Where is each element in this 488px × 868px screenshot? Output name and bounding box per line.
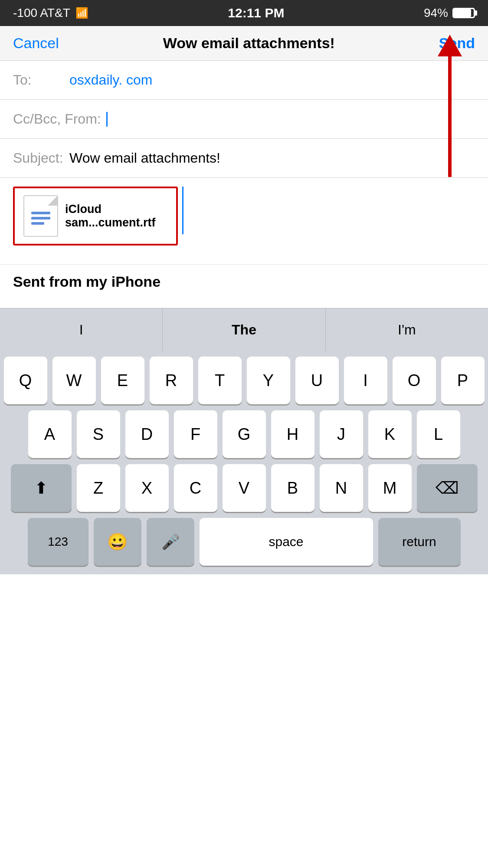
key-g[interactable]: G <box>223 410 266 458</box>
arrow-annotation <box>438 35 462 177</box>
key-e[interactable]: E <box>101 357 144 404</box>
key-b[interactable]: B <box>271 464 314 512</box>
space-key[interactable]: space <box>200 518 373 566</box>
mic-key[interactable]: 🎤 <box>147 518 194 566</box>
attachment-filename: iCloud sam...cument.rtf <box>65 203 167 229</box>
email-body[interactable]: Sent from my iPhone <box>0 265 488 308</box>
file-icon <box>23 195 58 237</box>
key-j[interactable]: J <box>320 410 363 458</box>
autocomplete-left[interactable]: I <box>0 308 163 351</box>
key-w[interactable]: W <box>52 357 96 404</box>
cc-cursor <box>106 112 108 127</box>
attachment-box[interactable]: iCloud sam...cument.rtf <box>13 187 178 246</box>
key-o[interactable]: O <box>393 357 436 404</box>
subject-value[interactable]: Wow email attachments! <box>69 150 220 166</box>
return-key[interactable]: return <box>378 518 461 566</box>
file-line-1 <box>31 212 50 214</box>
attachment-inner: iCloud sam...cument.rtf <box>23 195 167 237</box>
shift-key[interactable]: ⬆ <box>11 464 72 512</box>
cancel-button[interactable]: Cancel <box>13 35 59 52</box>
cc-field-row[interactable]: Cc/Bcc, From: <box>0 100 488 139</box>
battery-pct: 94% <box>424 6 448 20</box>
wifi-icon: 📶 <box>75 7 88 19</box>
keyboard: Q W E R T Y U I O P A S D F G H J K L ⬆ … <box>0 351 488 574</box>
emoji-key[interactable]: 😀 <box>94 518 141 566</box>
key-k[interactable]: K <box>368 410 412 458</box>
key-c[interactable]: C <box>174 464 217 512</box>
key-d[interactable]: D <box>125 410 169 458</box>
key-q[interactable]: Q <box>4 357 47 404</box>
key-h[interactable]: H <box>271 410 314 458</box>
status-right: 94% <box>424 6 475 20</box>
key-n[interactable]: N <box>320 464 363 512</box>
key-p[interactable]: P <box>441 357 485 404</box>
carrier-label: -100 AT&T <box>13 6 70 20</box>
to-label: To: <box>13 72 65 88</box>
subject-field-row[interactable]: Subject: Wow email attachments! <box>0 139 488 178</box>
keyboard-row-bottom: 123 😀 🎤 space return <box>3 518 485 574</box>
key-r[interactable]: R <box>150 357 193 404</box>
delete-key[interactable]: ⌫ <box>417 464 478 512</box>
compose-header: Cancel Wow email attachments! Send <box>0 26 488 61</box>
num-key[interactable]: 123 <box>28 518 88 566</box>
file-icon-lines <box>31 212 50 225</box>
status-left: -100 AT&T 📶 <box>13 6 88 20</box>
arrow-shaft <box>448 56 452 177</box>
battery-icon <box>452 8 475 18</box>
key-s[interactable]: S <box>77 410 120 458</box>
autocomplete-right[interactable]: I'm <box>326 308 488 351</box>
email-fields: To: osxdaily. com Cc/Bcc, From: Subject:… <box>0 61 488 178</box>
key-y[interactable]: Y <box>247 357 290 404</box>
key-v[interactable]: V <box>223 464 266 512</box>
file-line-2 <box>31 217 50 219</box>
status-time: 12:11 PM <box>228 6 284 20</box>
to-value[interactable]: osxdaily. com <box>69 72 152 88</box>
attachment-area: iCloud sam...cument.rtf <box>0 178 488 265</box>
key-u[interactable]: U <box>295 357 339 404</box>
autocomplete-bar: I The I'm <box>0 308 488 351</box>
autocomplete-middle[interactable]: The <box>163 308 325 351</box>
key-z[interactable]: Z <box>77 464 120 512</box>
keyboard-row-2: A S D F G H J K L <box>3 410 485 458</box>
key-l[interactable]: L <box>417 410 460 458</box>
body-cursor <box>182 187 183 234</box>
key-a[interactable]: A <box>28 410 72 458</box>
key-m[interactable]: M <box>368 464 412 512</box>
file-line-3 <box>31 222 44 225</box>
arrow-head <box>438 35 462 56</box>
key-x[interactable]: X <box>125 464 169 512</box>
cc-label: Cc/Bcc, From: <box>13 111 101 127</box>
key-f[interactable]: F <box>174 410 217 458</box>
key-t[interactable]: T <box>198 357 242 404</box>
body-text: Sent from my iPhone <box>13 273 160 290</box>
keyboard-row-3: ⬆ Z X C V B N M ⌫ <box>3 464 485 512</box>
keyboard-row-1: Q W E R T Y U I O P <box>3 357 485 404</box>
key-i[interactable]: I <box>344 357 387 404</box>
compose-title: Wow email attachments! <box>163 35 335 52</box>
file-icon-corner <box>48 196 57 206</box>
subject-label: Subject: <box>13 150 65 166</box>
to-field-row[interactable]: To: osxdaily. com <box>0 61 488 100</box>
status-bar: -100 AT&T 📶 12:11 PM 94% <box>0 0 488 26</box>
